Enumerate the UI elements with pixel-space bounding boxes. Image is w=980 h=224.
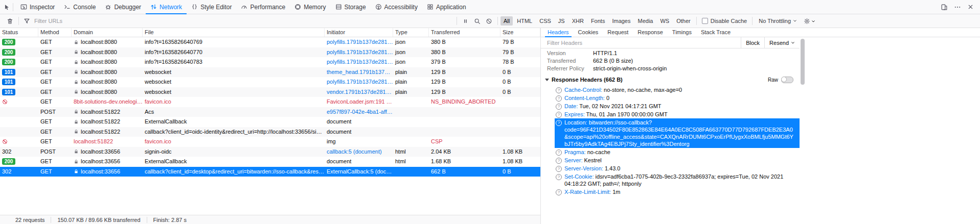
request-row[interactable]: GETlocalhost:51822callback?client_id=oid… — [0, 127, 540, 137]
status-text: 302 — [2, 167, 11, 177]
request-row[interactable]: 302POSTlocalhost:33656signin-oidccallbac… — [0, 147, 540, 157]
details-tab-timings[interactable]: Timings — [668, 28, 696, 37]
details-tab-response[interactable]: Response — [633, 28, 668, 37]
request-row[interactable]: 200GETlocalhost:8080info?t=1635826640783… — [0, 57, 540, 67]
type-filter-media[interactable]: Media — [634, 16, 656, 26]
scrollbar-thumb[interactable] — [801, 39, 805, 85]
close-devtools-icon[interactable] — [967, 4, 974, 10]
column-header-transferred[interactable]: Transferred — [429, 28, 500, 37]
tab-inspector[interactable]: Inspector — [16, 0, 59, 14]
header-row-set-cookie[interactable]: ?Set-Cookie: idsrv=adf6cba1-7075-402b-9e… — [555, 172, 800, 188]
header-name[interactable]: Server-Version: — [564, 165, 603, 171]
tab-style-editor[interactable]: Style Editor — [187, 0, 236, 14]
header-name[interactable]: Location: — [564, 119, 587, 126]
request-row[interactable]: GET8bit-solutions-dev.onelogin…favicon.i… — [0, 97, 540, 107]
tab-network[interactable]: Network — [146, 0, 187, 14]
type-filter-js[interactable]: JS — [555, 16, 568, 26]
tab-memory[interactable]: Memory — [290, 0, 330, 14]
search-icon[interactable] — [471, 18, 483, 24]
type-filter-images[interactable]: Images — [609, 16, 633, 26]
clear-requests-icon[interactable] — [4, 18, 16, 24]
block-requests-icon[interactable] — [483, 18, 495, 24]
request-row[interactable]: 200GETlocalhost:33656ExternalCallbackdoc… — [0, 157, 540, 167]
header-name[interactable]: Cache-Control: — [564, 87, 602, 93]
network-settings-button[interactable] — [804, 16, 815, 26]
header-row-expires[interactable]: ?Expires: Thu, 01 Jan 1970 00:00:00 GMT — [555, 110, 800, 118]
details-tab-request[interactable]: Request — [603, 28, 633, 37]
column-header-initiator[interactable]: Initiator — [325, 28, 393, 37]
request-row[interactable]: 302GETlocalhost:33656callback?client_id=… — [0, 167, 540, 177]
type-cell — [393, 107, 429, 117]
throttling-label: No Throttling — [759, 18, 791, 24]
domain-cell: localhost:8080 — [72, 57, 143, 67]
header-row-cache-control[interactable]: ?Cache-Control: no-store, no-cache, max-… — [555, 86, 800, 94]
request-row[interactable]: 101GETlocalhost:8080websockettheme_head.… — [0, 67, 540, 78]
type-cell: plain — [393, 67, 429, 78]
node-picker-icon[interactable] — [3, 4, 10, 11]
filter-headers-input[interactable] — [541, 39, 741, 46]
responsive-design-icon[interactable] — [941, 4, 948, 11]
type-filter-html[interactable]: HTML — [514, 16, 535, 26]
method-cell: GET — [38, 97, 72, 107]
details-scrollbar[interactable] — [800, 37, 805, 224]
header-name[interactable]: Expires: — [564, 111, 585, 117]
column-header-file[interactable]: File — [143, 28, 325, 37]
throttling-dropdown[interactable]: No Throttling — [755, 18, 801, 24]
header-row-x-rate-limit-limit[interactable]: ?X-Rate-Limit-Limit: 1m — [555, 188, 800, 196]
header-name[interactable]: Set-Cookie: — [564, 173, 594, 180]
meatball-menu-icon[interactable] — [954, 4, 961, 11]
method-cell: GET — [38, 127, 72, 137]
type-filter-xhr[interactable]: XHR — [569, 16, 587, 26]
column-header-size[interactable]: Size — [500, 28, 540, 37]
raw-toggle[interactable] — [781, 77, 793, 83]
request-row[interactable]: POSTlocalhost:51822Acse957f897-042e-4ba1… — [0, 107, 540, 117]
size-cell: 0 B — [500, 87, 540, 97]
header-row-pragma[interactable]: ?Pragma: no-cache — [555, 148, 800, 156]
type-filter-ws[interactable]: WS — [657, 16, 672, 26]
tab-console[interactable]: Console — [59, 0, 100, 14]
filter-urls-input[interactable] — [33, 17, 454, 24]
request-row[interactable]: GETlocalhost:51822ExternalCallbackdocume… — [0, 117, 540, 127]
header-name[interactable]: Content-Length: — [564, 95, 605, 101]
tab-storage[interactable]: Storage — [331, 0, 371, 14]
details-tab-cookies[interactable]: Cookies — [574, 28, 603, 37]
request-row[interactable]: 200GETlocalhost:8080info?t=1635826640769… — [0, 37, 540, 47]
response-headers-section[interactable]: Response Headers (662 B) Raw — [541, 74, 800, 85]
column-header-method[interactable]: Method — [38, 28, 72, 37]
request-row[interactable]: 101GETlocalhost:8080websocketpolyfills.1… — [0, 77, 540, 87]
type-filter-all[interactable]: All — [500, 16, 513, 26]
disable-cache-checkbox[interactable]: Disable Cache — [699, 18, 750, 24]
details-tab-headers[interactable]: Headers — [543, 28, 574, 37]
toggle-knob — [781, 77, 787, 82]
header-row-server-version[interactable]: ?Server-Version: 1.43.0 — [555, 164, 800, 172]
type-cell: json — [393, 57, 429, 67]
request-row[interactable]: 200GETlocalhost:8080info?t=1635826640770… — [0, 47, 540, 58]
tab-performance[interactable]: Performance — [236, 0, 290, 14]
header-row-server[interactable]: ?Server: Kestrel — [555, 156, 800, 164]
header-row-date[interactable]: ?Date: Tue, 02 Nov 2021 04:17:21 GMT — [555, 102, 800, 110]
column-header-domain[interactable]: Domain — [72, 28, 143, 37]
request-row[interactable]: 101GETlocalhost:8080websocketvendor.1791… — [0, 87, 540, 97]
header-name[interactable]: Server: — [564, 157, 582, 163]
domain-cell: localhost:51822 — [72, 107, 143, 117]
header-name[interactable]: Date: — [564, 103, 578, 109]
type-filter-css[interactable]: CSS — [536, 16, 554, 26]
column-header-type[interactable]: Type — [393, 28, 429, 37]
header-name[interactable]: X-Rate-Limit-Limit: — [564, 189, 611, 195]
request-row[interactable]: GETlocalhost:51822favicon.icoimgCSP — [0, 137, 540, 147]
type-filter-fonts[interactable]: Fonts — [588, 16, 608, 26]
type-filter-other[interactable]: Other — [673, 16, 694, 26]
details-tab-stack-trace[interactable]: Stack Trace — [696, 28, 735, 37]
tab-debugger[interactable]: Debugger — [100, 0, 146, 14]
type-cell: plain — [393, 77, 429, 87]
pause-recording-icon[interactable] — [460, 18, 471, 24]
block-url-button[interactable]: Block — [741, 37, 764, 48]
tab-accessibility[interactable]: Accessibility — [371, 0, 422, 14]
resend-button[interactable]: Resend — [764, 37, 800, 48]
response-headers-list: ?Cache-Control: no-store, no-cache, max-… — [555, 86, 800, 196]
header-row-content-length[interactable]: ?Content-Length: 0 — [555, 94, 800, 102]
header-row-location[interactable]: ?Location: bitwarden://sso-callback?code… — [555, 118, 800, 148]
column-header-status[interactable]: Status — [0, 28, 38, 37]
header-name[interactable]: Pragma: — [564, 149, 586, 155]
tab-application[interactable]: Application — [422, 0, 471, 14]
